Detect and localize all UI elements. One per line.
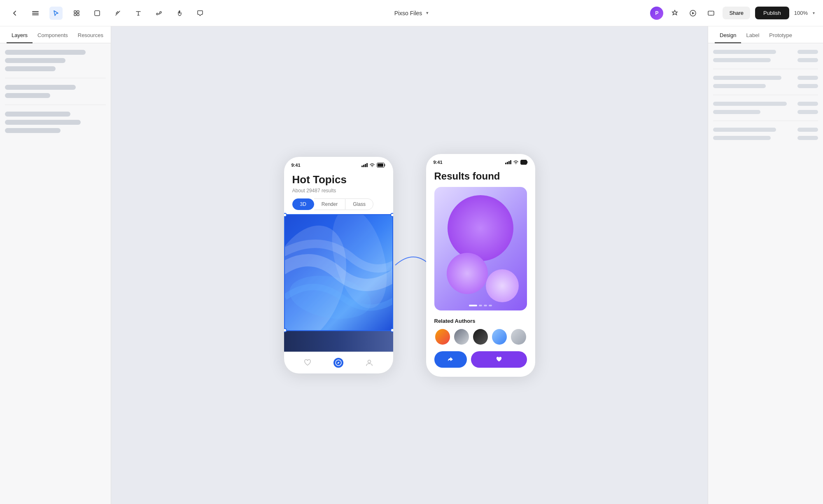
nav-compass[interactable] — [333, 358, 343, 368]
layer-separator — [5, 78, 106, 78]
user-avatar[interactable]: P — [650, 7, 663, 20]
tab-layers[interactable]: Layers — [7, 26, 33, 43]
author-avatar-2 — [453, 328, 470, 345]
rp-sep — [713, 69, 818, 69]
handle-br[interactable] — [390, 328, 393, 332]
action-buttons — [434, 351, 527, 373]
svg-rect-1 — [32, 13, 39, 14]
rp-row-2 — [713, 58, 818, 62]
rp-small — [797, 76, 818, 80]
publish-button[interactable]: Publish — [755, 7, 789, 19]
svg-rect-13 — [378, 163, 383, 167]
comment-tool[interactable] — [194, 7, 207, 20]
play-icon[interactable] — [686, 7, 699, 20]
tab-design[interactable]: Design — [715, 26, 741, 43]
plugin-icon[interactable] — [668, 7, 681, 20]
layer-item[interactable] — [5, 85, 76, 90]
phone2-status-bar: 9:41 — [426, 154, 535, 167]
svg-rect-10 — [709, 11, 710, 15]
main-layout: Layers Components Resources 9:41 — [0, 26, 823, 504]
layer-item[interactable] — [5, 66, 56, 71]
purple-blob-2 — [447, 253, 488, 294]
svg-rect-4 — [77, 11, 79, 13]
status-icons-2 — [505, 160, 528, 165]
phone1-time: 9:41 — [291, 163, 301, 168]
phone-frame-2: 9:41 Results found — [426, 154, 535, 377]
selected-image-container[interactable] — [284, 214, 393, 331]
battery-icon — [377, 163, 386, 168]
rp-small — [797, 110, 818, 114]
filter-3d[interactable]: 3D — [292, 198, 314, 210]
author-avatars — [434, 328, 527, 345]
pen-tool[interactable] — [111, 7, 124, 20]
frame-tool[interactable] — [70, 7, 83, 20]
rp-row-3 — [713, 76, 818, 80]
dot-1 — [479, 305, 482, 306]
filter-tabs: 3D Render Glass — [292, 198, 385, 210]
phone1-title: Hot Topics — [292, 173, 385, 186]
rp-small — [797, 128, 818, 132]
rp-bar — [713, 102, 787, 106]
rp-small — [797, 50, 818, 54]
toolbar: Pixso Files ▾ P Share Publish 100% ▾ — [0, 0, 823, 26]
tab-components[interactable]: Components — [33, 26, 73, 43]
dot-active — [469, 305, 477, 306]
share-button[interactable]: Share — [723, 7, 750, 19]
connect-tool[interactable] — [152, 7, 166, 20]
signal-icon-2 — [505, 160, 511, 164]
purple-image — [434, 187, 527, 310]
status-icons — [361, 163, 386, 168]
view-icon[interactable] — [704, 7, 718, 20]
svg-rect-11 — [712, 11, 713, 15]
related-authors-title: Related Authors — [434, 318, 527, 324]
layer-item[interactable] — [5, 128, 61, 133]
rp-row-1 — [713, 50, 818, 54]
layer-item[interactable] — [5, 120, 81, 125]
dropdown-arrow[interactable]: ▾ — [426, 10, 429, 16]
tab-label[interactable]: Label — [741, 26, 764, 43]
tab-prototype[interactable]: Prototype — [764, 26, 797, 43]
filter-render[interactable]: Render — [314, 198, 345, 210]
blue-image-svg — [285, 215, 392, 330]
hand-tool[interactable] — [173, 7, 186, 20]
left-panel: Layers Components Resources — [0, 26, 111, 504]
wifi-icon-2 — [513, 160, 519, 165]
handle-tl[interactable] — [284, 213, 287, 217]
layer-item[interactable] — [5, 58, 65, 63]
right-panel-tabs: Design Label Prototype — [708, 26, 823, 43]
shape-tool[interactable] — [91, 7, 104, 20]
phone2-title: Results found — [434, 170, 527, 182]
svg-rect-7 — [95, 11, 100, 16]
rp-sep — [713, 121, 818, 121]
text-tool[interactable] — [132, 7, 145, 20]
left-panel-tabs: Layers Components Resources — [0, 26, 111, 43]
rp-small — [797, 84, 818, 88]
select-tool[interactable] — [49, 7, 63, 20]
zoom-level[interactable]: 100% — [794, 10, 808, 16]
app-title: Pixso Files — [394, 10, 422, 16]
svg-rect-5 — [74, 14, 76, 16]
phone2-time: 9:41 — [434, 160, 443, 165]
handle-bl[interactable] — [284, 328, 287, 332]
nav-heart[interactable] — [303, 358, 312, 368]
back-button[interactable] — [8, 7, 21, 20]
nav-profile[interactable] — [364, 358, 374, 368]
share-action-button[interactable] — [434, 351, 467, 368]
like-action-button[interactable] — [471, 351, 527, 368]
rp-bar — [713, 84, 766, 88]
handle-tr[interactable] — [390, 213, 393, 217]
rp-bar — [713, 58, 771, 62]
dot-3 — [489, 305, 492, 306]
tab-resources[interactable]: Resources — [73, 26, 108, 43]
filter-glass[interactable]: Glass — [345, 198, 373, 210]
layer-item[interactable] — [5, 50, 86, 55]
svg-rect-9 — [708, 11, 714, 15]
menu-icon[interactable] — [29, 7, 42, 20]
phone1-dark-section — [284, 331, 393, 352]
rp-row-7 — [713, 128, 818, 132]
canvas[interactable]: 9:41 Hot Topics About 29487 — [111, 26, 708, 504]
layer-item[interactable] — [5, 93, 50, 98]
zoom-dropdown[interactable]: ▾ — [813, 11, 815, 15]
layer-item[interactable] — [5, 112, 70, 117]
canvas-content: 9:41 Hot Topics About 29487 — [284, 154, 535, 377]
